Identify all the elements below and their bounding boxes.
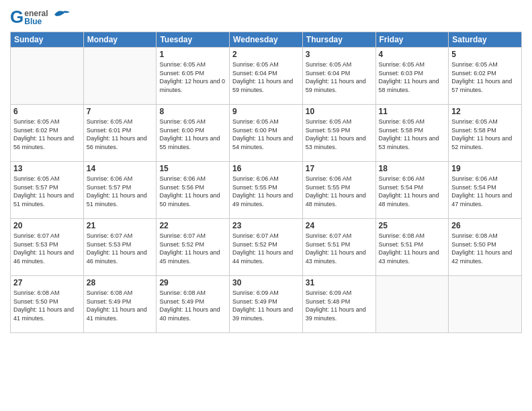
day-number: 15 <box>159 164 226 173</box>
calendar-day-cell <box>449 276 522 333</box>
calendar-day-cell: 23Sunrise: 6:07 AMSunset: 5:52 PMDayligh… <box>230 219 303 276</box>
day-number: 19 <box>451 164 519 173</box>
day-info: Sunrise: 6:05 AMSunset: 5:58 PMDaylight:… <box>451 118 519 151</box>
calendar-day-cell: 27Sunrise: 6:08 AMSunset: 5:50 PMDayligh… <box>11 276 84 333</box>
calendar-day-cell: 19Sunrise: 6:06 AMSunset: 5:54 PMDayligh… <box>449 162 522 219</box>
calendar-day-header: Friday <box>375 32 449 48</box>
day-info: Sunrise: 6:05 AMSunset: 6:02 PMDaylight:… <box>451 60 519 94</box>
day-number: 29 <box>159 278 226 287</box>
day-info: Sunrise: 6:06 AMSunset: 5:55 PMDaylight:… <box>306 175 373 208</box>
day-number: 31 <box>306 278 373 287</box>
logo-general: eneral <box>24 9 48 17</box>
day-number: 11 <box>379 107 446 116</box>
day-info: Sunrise: 6:05 AMSunset: 6:04 PMDaylight:… <box>232 60 300 94</box>
day-info: Sunrise: 6:05 AMSunset: 5:59 PMDaylight:… <box>306 118 373 151</box>
day-info: Sunrise: 6:06 AMSunset: 5:54 PMDaylight:… <box>379 175 446 208</box>
day-number: 12 <box>451 107 519 116</box>
calendar-day-cell: 9Sunrise: 6:05 AMSunset: 6:00 PMDaylight… <box>230 105 303 162</box>
day-number: 8 <box>159 107 226 116</box>
day-number: 4 <box>379 50 446 59</box>
day-info: Sunrise: 6:08 AMSunset: 5:51 PMDaylight:… <box>379 232 446 265</box>
day-number: 14 <box>87 164 154 173</box>
day-info: Sunrise: 6:07 AMSunset: 5:53 PMDaylight:… <box>13 232 81 265</box>
calendar-day-cell: 26Sunrise: 6:08 AMSunset: 5:50 PMDayligh… <box>449 219 522 276</box>
day-info: Sunrise: 6:05 AMSunset: 5:57 PMDaylight:… <box>13 175 81 208</box>
day-number: 26 <box>451 221 519 230</box>
calendar-day-cell: 20Sunrise: 6:07 AMSunset: 5:53 PMDayligh… <box>11 219 84 276</box>
day-number: 24 <box>306 221 373 230</box>
day-number: 30 <box>232 278 300 287</box>
day-number: 5 <box>451 50 519 59</box>
calendar-day-cell: 6Sunrise: 6:05 AMSunset: 6:02 PMDaylight… <box>11 105 84 162</box>
calendar-day-header: Tuesday <box>157 32 230 48</box>
calendar-day-cell: 7Sunrise: 6:05 AMSunset: 6:01 PMDaylight… <box>83 105 157 162</box>
calendar-day-cell: 17Sunrise: 6:06 AMSunset: 5:55 PMDayligh… <box>302 162 375 219</box>
calendar-week-row: 1Sunrise: 6:05 AMSunset: 6:05 PMDaylight… <box>11 48 522 105</box>
day-info: Sunrise: 6:07 AMSunset: 5:53 PMDaylight:… <box>87 232 154 265</box>
day-info: Sunrise: 6:06 AMSunset: 5:55 PMDaylight:… <box>232 175 300 208</box>
day-info: Sunrise: 6:08 AMSunset: 5:49 PMDaylight:… <box>159 289 226 322</box>
header: G eneral Blue <box>10 7 522 28</box>
calendar-day-cell: 25Sunrise: 6:08 AMSunset: 5:51 PMDayligh… <box>375 219 449 276</box>
calendar-table: SundayMondayTuesdayWednesdayThursdayFrid… <box>10 32 522 333</box>
day-number: 28 <box>87 278 154 287</box>
calendar-day-cell: 16Sunrise: 6:06 AMSunset: 5:55 PMDayligh… <box>230 162 303 219</box>
day-number: 13 <box>13 164 81 173</box>
calendar-day-cell: 10Sunrise: 6:05 AMSunset: 5:59 PMDayligh… <box>302 105 375 162</box>
logo-bird-icon <box>51 8 71 21</box>
day-info: Sunrise: 6:05 AMSunset: 6:03 PMDaylight:… <box>379 60 446 94</box>
day-info: Sunrise: 6:06 AMSunset: 5:54 PMDaylight:… <box>451 175 519 208</box>
calendar-day-cell: 13Sunrise: 6:05 AMSunset: 5:57 PMDayligh… <box>11 162 84 219</box>
day-number: 16 <box>232 164 300 173</box>
calendar-day-cell: 31Sunrise: 6:09 AMSunset: 5:48 PMDayligh… <box>302 276 375 333</box>
calendar-header-row: SundayMondayTuesdayWednesdayThursdayFrid… <box>11 32 522 48</box>
calendar-day-cell: 15Sunrise: 6:06 AMSunset: 5:56 PMDayligh… <box>157 162 230 219</box>
calendar-day-cell: 5Sunrise: 6:05 AMSunset: 6:02 PMDaylight… <box>449 48 522 105</box>
day-number: 23 <box>232 221 300 230</box>
calendar-day-cell: 21Sunrise: 6:07 AMSunset: 5:53 PMDayligh… <box>83 219 157 276</box>
calendar-day-header: Sunday <box>11 32 84 48</box>
calendar-day-cell: 3Sunrise: 6:05 AMSunset: 6:04 PMDaylight… <box>302 48 375 105</box>
calendar-day-cell <box>11 48 84 105</box>
calendar-day-cell: 24Sunrise: 6:07 AMSunset: 5:51 PMDayligh… <box>302 219 375 276</box>
calendar-day-cell: 8Sunrise: 6:05 AMSunset: 6:00 PMDaylight… <box>157 105 230 162</box>
calendar-day-cell <box>375 276 449 333</box>
day-info: Sunrise: 6:07 AMSunset: 5:52 PMDaylight:… <box>232 232 300 265</box>
day-info: Sunrise: 6:05 AMSunset: 5:58 PMDaylight:… <box>379 118 446 151</box>
day-number: 25 <box>379 221 446 230</box>
calendar-day-cell: 30Sunrise: 6:09 AMSunset: 5:49 PMDayligh… <box>230 276 303 333</box>
calendar-day-cell: 11Sunrise: 6:05 AMSunset: 5:58 PMDayligh… <box>375 105 449 162</box>
day-number: 27 <box>13 278 81 287</box>
day-number: 20 <box>13 221 81 230</box>
day-number: 21 <box>87 221 154 230</box>
day-info: Sunrise: 6:09 AMSunset: 5:48 PMDaylight:… <box>306 289 373 322</box>
day-info: Sunrise: 6:05 AMSunset: 6:00 PMDaylight:… <box>232 118 300 151</box>
calendar-day-cell: 14Sunrise: 6:06 AMSunset: 5:57 PMDayligh… <box>83 162 157 219</box>
day-number: 9 <box>232 107 300 116</box>
calendar-day-cell: 12Sunrise: 6:05 AMSunset: 5:58 PMDayligh… <box>449 105 522 162</box>
calendar-week-row: 20Sunrise: 6:07 AMSunset: 5:53 PMDayligh… <box>11 219 522 276</box>
calendar-day-header: Saturday <box>449 32 522 48</box>
day-info: Sunrise: 6:08 AMSunset: 5:50 PMDaylight:… <box>451 232 519 265</box>
day-number: 18 <box>379 164 446 173</box>
day-info: Sunrise: 6:08 AMSunset: 5:50 PMDaylight:… <box>13 289 81 322</box>
calendar-day-header: Wednesday <box>230 32 303 48</box>
calendar-day-header: Monday <box>83 32 157 48</box>
calendar-week-row: 13Sunrise: 6:05 AMSunset: 5:57 PMDayligh… <box>11 162 522 219</box>
day-info: Sunrise: 6:05 AMSunset: 6:05 PMDaylight:… <box>159 60 226 94</box>
calendar-day-cell: 18Sunrise: 6:06 AMSunset: 5:54 PMDayligh… <box>375 162 449 219</box>
day-number: 17 <box>306 164 373 173</box>
day-number: 10 <box>306 107 373 116</box>
calendar-day-cell: 29Sunrise: 6:08 AMSunset: 5:49 PMDayligh… <box>157 276 230 333</box>
day-number: 22 <box>159 221 226 230</box>
day-number: 3 <box>306 50 373 59</box>
day-info: Sunrise: 6:05 AMSunset: 6:02 PMDaylight:… <box>13 118 81 151</box>
calendar-day-cell: 22Sunrise: 6:07 AMSunset: 5:52 PMDayligh… <box>157 219 230 276</box>
day-number: 2 <box>232 50 300 59</box>
day-info: Sunrise: 6:06 AMSunset: 5:56 PMDaylight:… <box>159 175 226 208</box>
day-number: 7 <box>87 107 154 116</box>
calendar-week-row: 27Sunrise: 6:08 AMSunset: 5:50 PMDayligh… <box>11 276 522 333</box>
logo-blue-text: Blue <box>24 17 48 26</box>
day-info: Sunrise: 6:09 AMSunset: 5:49 PMDaylight:… <box>232 289 300 322</box>
day-info: Sunrise: 6:05 AMSunset: 6:00 PMDaylight:… <box>159 118 226 151</box>
